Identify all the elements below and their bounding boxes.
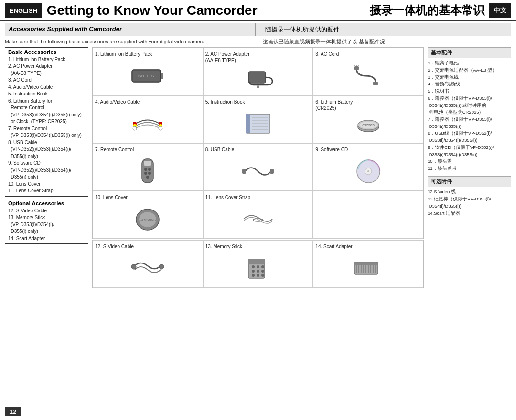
cell-label-av-cable: 4. Audio/Video Cable bbox=[95, 99, 140, 105]
grid-cell-usb-cable: 8. USB Cable bbox=[203, 143, 313, 191]
cn-list-item: 9．软件CD（仅限于VP-D352(i)/ D353(i)/D354(i)/D3… bbox=[428, 144, 511, 158]
list-item: 3. AC Cord bbox=[8, 77, 85, 84]
intro-text-cn: 这确认已随象直视频摄录一体机提供了以 基备配件况 bbox=[263, 38, 511, 45]
svg-point-49 bbox=[257, 265, 259, 268]
cell-img-remote bbox=[95, 155, 201, 189]
list-item: 14. Scart Adapter bbox=[8, 235, 85, 242]
main-content: Basic Accessories 1. Lithium Ion Battery… bbox=[5, 47, 511, 288]
svg-point-16 bbox=[159, 126, 162, 130]
cell-img-battery: BATTERY bbox=[95, 59, 201, 93]
cell-label-scart: 14. Scart Adapter bbox=[315, 243, 352, 250]
svg-point-50 bbox=[261, 265, 264, 268]
basic-accessories-title: Basic Accessories bbox=[8, 49, 85, 55]
svg-text:BATTERY: BATTERY bbox=[138, 74, 155, 78]
cell-label-instruction-book: 5. Instruction Book bbox=[205, 99, 245, 105]
cell-img-memory-stick bbox=[205, 252, 311, 285]
svg-point-52 bbox=[257, 270, 259, 273]
svg-rect-7 bbox=[373, 82, 378, 85]
page-number: 12 bbox=[5, 407, 21, 416]
cell-img-lens-cover: SAMSUNG bbox=[95, 202, 201, 236]
grid-cell-ac-cord: 3. AC Cord bbox=[313, 48, 423, 95]
svg-text:SAMSUNG: SAMSUNG bbox=[140, 218, 157, 221]
grid-cell-scart: 14. Scart Adapter bbox=[313, 240, 423, 288]
list-item: 2. AC Power Adapter (AA-E8 TYPE) bbox=[8, 63, 85, 77]
svg-point-56 bbox=[261, 274, 264, 277]
svg-point-51 bbox=[252, 270, 255, 273]
grid-cell-empty bbox=[313, 191, 423, 239]
cn-list-item: 8．USB线（仅限于VP-D352(i)/ D353(i)/D354(i)/D3… bbox=[428, 130, 511, 144]
svg-rect-18 bbox=[246, 114, 250, 133]
cell-label-usb-cable: 8. USB Cable bbox=[205, 147, 235, 153]
svg-point-48 bbox=[252, 265, 255, 268]
accessories-grid: 1. Lithium Ion Battery Pack BATTERY 2. A… bbox=[92, 47, 424, 239]
svg-point-13 bbox=[133, 126, 137, 130]
cell-img-av-cable bbox=[95, 107, 201, 141]
grid-cell-av-cable: 4. Audio/Video Cable bbox=[93, 95, 203, 143]
intro-text-en: Make sure that the following basic acces… bbox=[5, 38, 253, 45]
cn-list-item: 4．音频/视频线 bbox=[428, 81, 511, 88]
svg-point-39 bbox=[367, 170, 369, 172]
grid-cell-instruction-book: 5. Instruction Book bbox=[203, 95, 313, 143]
cell-img-svideo bbox=[95, 252, 201, 285]
svg-point-5 bbox=[257, 85, 259, 88]
svg-text:CR2025: CR2025 bbox=[362, 124, 375, 127]
list-item: 8. USB Cable (VP-D352(i)/D353(i)/D354(i)… bbox=[8, 139, 85, 160]
cell-label-lens-cover: 10. Lens Cover bbox=[95, 194, 128, 200]
cn-list-item: 12.S Video 线 bbox=[428, 189, 511, 196]
cn-list-item: 10．镜头盖 bbox=[428, 158, 511, 165]
list-item: 13. Memory Stick (VP-D353(i)/D354(i)/ D3… bbox=[8, 214, 85, 235]
svg-point-53 bbox=[261, 270, 264, 273]
section-title-cn: 随摄录一体机所提供的配件 bbox=[256, 23, 512, 36]
svg-point-31 bbox=[148, 168, 151, 171]
cn-basic-list: 1．锂离子电池 2．交流电源适配器（AA-E8 型） 3．交流电源线 4．音频/… bbox=[428, 60, 511, 172]
list-item: 12. S-Video Cable bbox=[8, 208, 85, 215]
cn-list-item: 14.Scart 适配器 bbox=[428, 210, 511, 217]
section-header: Accessories Supplied with Camcorder 随摄录一… bbox=[5, 23, 511, 36]
list-item: 1. Lithium Ion Battery Pack bbox=[8, 56, 85, 63]
list-item: 5. Instruction Book bbox=[8, 91, 85, 98]
page-header: ENGLISH Getting to Know Your Camcorder 摄… bbox=[0, 0, 516, 21]
optional-grid: 12. S-Video Cable 13. Memory Stick bbox=[92, 240, 424, 288]
svg-rect-6 bbox=[354, 66, 359, 70]
list-item: 10. Lens Cover bbox=[8, 181, 85, 188]
cell-label-adapter: 2. AC Power Adapter(AA-E8 TYPE) bbox=[205, 51, 250, 63]
cell-img-lens-strap bbox=[205, 202, 311, 236]
cn-optional-title: 可选附件 bbox=[428, 176, 511, 188]
cn-list-item: 2．交流电源适配器（AA-E8 型） bbox=[428, 67, 511, 74]
svg-point-30 bbox=[144, 168, 147, 171]
intro-row: Make sure that the following basic acces… bbox=[5, 38, 511, 45]
svg-point-54 bbox=[252, 274, 255, 277]
svg-rect-47 bbox=[248, 259, 265, 264]
svg-rect-1 bbox=[161, 73, 163, 79]
svg-point-55 bbox=[257, 274, 259, 277]
svg-point-45 bbox=[159, 264, 164, 269]
grid-cell-lithium-battery: 6. Lithium Battery(CR2025) CR2025 bbox=[313, 95, 423, 143]
grid-cell-memory-stick: 13. Memory Stick bbox=[203, 240, 313, 288]
grid-cell-adapter: 2. AC Power Adapter(AA-E8 TYPE) bbox=[203, 48, 313, 95]
basic-accessories-box: Basic Accessories 1. Lithium Ion Battery… bbox=[5, 47, 88, 197]
cell-img-instruction-book bbox=[205, 107, 311, 141]
optional-accessories-title: Optional Accessories bbox=[8, 200, 85, 206]
list-item: 9. Software CD (VP-D352(i)/D353(i)/D354(… bbox=[8, 160, 85, 181]
cn-list-item: 6．遥控器（仅限于VP-D353(i)/ D354(i)/D355(i)) 或时… bbox=[428, 95, 511, 116]
basic-accessories-list: 1. Lithium Ion Battery Pack 2. AC Power … bbox=[8, 56, 85, 195]
cell-img-ac-cord bbox=[315, 59, 421, 93]
cell-img-usb-cable bbox=[205, 155, 311, 189]
cell-img-adapter bbox=[205, 65, 311, 93]
cell-img-lithium-battery: CR2025 bbox=[315, 113, 421, 141]
svg-rect-35 bbox=[242, 169, 246, 174]
svg-point-34 bbox=[146, 176, 149, 178]
grid-cell-lens-strap: 11. Lens Cover Strap bbox=[203, 191, 313, 239]
svg-rect-36 bbox=[270, 169, 274, 174]
lang-badge-cn: 中文 bbox=[489, 3, 511, 18]
section-title-en: Accessories Supplied with Camcorder bbox=[5, 23, 256, 36]
title-cn: 摄录一体机的基本常识 bbox=[370, 3, 484, 18]
grid-cell-battery: 1. Lithium Ion Battery Pack BATTERY bbox=[93, 48, 203, 95]
cell-img-software-cd bbox=[315, 155, 421, 189]
middle-column: 1. Lithium Ion Battery Pack BATTERY 2. A… bbox=[92, 47, 424, 288]
optional-accessories-list: 12. S-Video Cable 13. Memory Stick (VP-D… bbox=[8, 208, 85, 242]
cell-img-scart bbox=[315, 252, 421, 285]
svg-rect-58 bbox=[354, 263, 378, 265]
cn-list-item: 5．说明书 bbox=[428, 88, 511, 95]
grid-cell-remote: 7. Remote Control bbox=[93, 143, 203, 191]
